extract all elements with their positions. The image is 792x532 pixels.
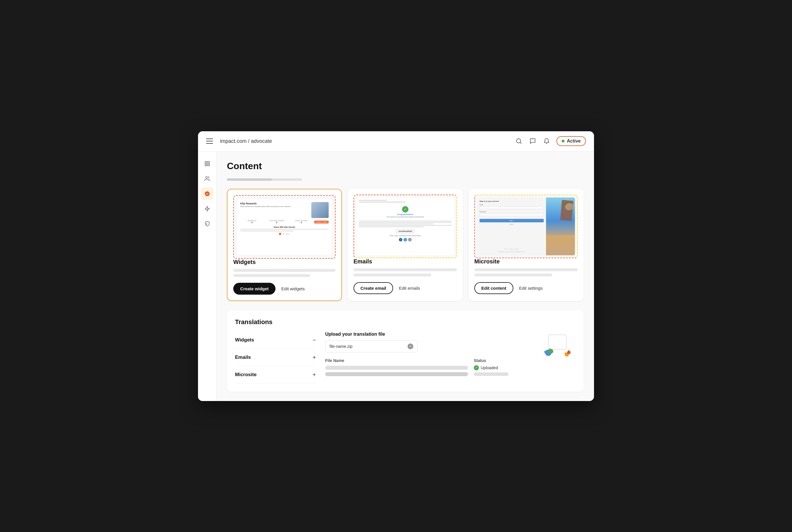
illus-container bbox=[545, 335, 571, 358]
sidebar-item-grid[interactable] bbox=[201, 157, 214, 170]
email-code-box: JACKBAKER202 bbox=[396, 229, 415, 233]
widget-preview-inner: Klip Rewards Refer friends and complete … bbox=[237, 199, 331, 255]
microsite-footer: T&C - Terms And Conditions bbox=[480, 248, 544, 250]
page-title: Content bbox=[227, 161, 584, 171]
hamburger-icon[interactable] bbox=[206, 138, 213, 144]
active-label: Active bbox=[567, 138, 581, 144]
microsite-support: For program support, contact support@kln… bbox=[480, 251, 544, 252]
email-icon: @ bbox=[408, 238, 412, 242]
congrats-check-icon: ✓ bbox=[402, 206, 408, 212]
chat-icon[interactable] bbox=[529, 137, 537, 145]
translations-left: Widgets − Emails + Microsite + bbox=[235, 331, 316, 384]
translation-widgets-toggle[interactable]: − bbox=[312, 337, 316, 343]
email-body-lines bbox=[359, 221, 452, 227]
translations-table-header: File Name Status bbox=[325, 358, 532, 363]
microsite-register-link: Register bbox=[480, 224, 544, 225]
edit-content-button[interactable]: Edit content bbox=[474, 282, 513, 294]
svg-marker-8 bbox=[205, 206, 209, 211]
email-preview-inner: ✓ Congratulations! Your friend has succe… bbox=[356, 197, 454, 255]
edit-widgets-button[interactable]: Edit widgets bbox=[281, 286, 305, 291]
svg-rect-4 bbox=[205, 164, 207, 166]
filename-bar-2 bbox=[325, 372, 468, 376]
microsite-submit-btn: Sign in bbox=[480, 219, 544, 222]
search-icon[interactable] bbox=[515, 137, 523, 145]
widget-hero: Klip Rewards Refer friends and complete … bbox=[240, 202, 329, 218]
email-header-lines bbox=[359, 200, 452, 203]
status-bar-2 bbox=[474, 373, 508, 376]
email-share-text: Share, Tweet, and Email to Refer and Ear… bbox=[390, 235, 421, 236]
translation-microsite-toggle[interactable]: + bbox=[312, 372, 316, 378]
file-input-row: file-name.zip × bbox=[325, 340, 532, 353]
notification-icon[interactable] bbox=[543, 137, 550, 145]
status-cell-1: ✓ Uploaded bbox=[474, 365, 532, 370]
translation-row-microsite: Microsite + bbox=[235, 366, 316, 384]
top-bar: impact.com / advocate Active bbox=[198, 131, 594, 152]
email-preview: ✓ Congratulations! Your friend has succe… bbox=[353, 195, 457, 258]
top-icons: Active bbox=[515, 136, 586, 146]
widget-desc-lines bbox=[240, 229, 329, 232]
microsite-card-actions: Edit content Edit settings bbox=[474, 282, 578, 294]
microsite-email-label: Email bbox=[480, 204, 544, 206]
create-email-button[interactable]: Create email bbox=[353, 282, 393, 294]
sidebar-item-users[interactable] bbox=[201, 172, 214, 185]
edit-settings-button[interactable]: Edit settings bbox=[519, 286, 543, 290]
sidebar-item-shield[interactable]: i bbox=[201, 217, 214, 230]
widget-stat-referrals: REFERRALS 0 bbox=[240, 220, 264, 224]
svg-rect-3 bbox=[208, 162, 209, 163]
active-badge[interactable]: Active bbox=[556, 136, 586, 146]
svg-rect-5 bbox=[208, 164, 209, 166]
col-filename-label: File Name bbox=[325, 358, 468, 363]
congrats-title: Congratulations! bbox=[361, 213, 450, 215]
svg-point-6 bbox=[206, 176, 208, 178]
content-area: Content Klip Rewards Refer friends and c… bbox=[216, 152, 594, 401]
microsite-card-title: Microsite bbox=[474, 258, 578, 265]
widget-stat-points: POINTS BALANCE 0 bbox=[290, 220, 313, 224]
microsite-preview: Sign in to your account Email Password S… bbox=[474, 195, 578, 258]
sidebar-item-lightning[interactable] bbox=[201, 203, 214, 215]
breadcrumb: impact.com / advocate bbox=[220, 138, 515, 144]
twitter-icon: t bbox=[404, 238, 407, 242]
widget-stat-giftcards: GIFTCARDS EARNED 0 bbox=[265, 220, 288, 224]
translations-illustration bbox=[541, 331, 576, 384]
table-row-1: ✓ Uploaded bbox=[325, 365, 532, 370]
file-input-value: file-name.zip bbox=[329, 344, 352, 349]
sidebar-item-content[interactable] bbox=[201, 187, 214, 200]
translation-widgets-label: Widgets bbox=[235, 337, 254, 343]
widget-preview: Klip Rewards Refer friends and complete … bbox=[233, 195, 335, 259]
widget-hero-image bbox=[311, 202, 329, 218]
svg-text:i: i bbox=[206, 223, 207, 225]
translations-title: Translations bbox=[235, 318, 576, 326]
translation-emails-toggle[interactable]: + bbox=[312, 354, 316, 361]
file-input-box[interactable]: file-name.zip × bbox=[325, 340, 418, 353]
microsite-email-input bbox=[480, 207, 544, 209]
widgets-card-actions: Create widget Edit widgets bbox=[233, 283, 335, 294]
edit-emails-button[interactable]: Edit emails bbox=[399, 286, 420, 290]
widget-redeem-btn: Redeem a reward bbox=[314, 221, 329, 224]
svg-line-1 bbox=[520, 142, 521, 144]
microsite-form-side: Sign in to your account Email Password S… bbox=[477, 197, 546, 255]
microsite-image-side bbox=[546, 197, 575, 255]
create-widget-button[interactable]: Create widget bbox=[233, 283, 275, 294]
widget-stats: REFERRALS 0 GIFTCARDS EARNED 0 POINTS BA… bbox=[240, 220, 329, 224]
filename-bar-1 bbox=[325, 366, 468, 370]
browser-window: impact.com / advocate Active bbox=[198, 131, 594, 401]
translation-row-emails: Emails + bbox=[235, 349, 316, 366]
illus-screen bbox=[548, 335, 566, 349]
col-status-label: Status bbox=[474, 358, 532, 363]
translation-row-widgets: Widgets − bbox=[235, 331, 316, 349]
widget-tagline: Refer friends and complete tasks while u… bbox=[240, 206, 309, 208]
file-clear-button[interactable]: × bbox=[408, 343, 413, 349]
translations-section: Translations Widgets − Emails + bbox=[227, 310, 584, 392]
translation-emails-label: Emails bbox=[235, 355, 251, 360]
widget-share-text: Share $50 with friends bbox=[240, 226, 329, 228]
main-layout: i Content Klip Rewards bbox=[198, 152, 594, 401]
email-congrats: ✓ Congratulations! Your friend has succe… bbox=[359, 204, 452, 220]
progress-bar-fill bbox=[227, 178, 272, 181]
translation-microsite-label: Microsite bbox=[235, 372, 257, 378]
table-row-2 bbox=[325, 372, 532, 376]
active-dot bbox=[562, 140, 564, 142]
microsite-password-label: Password bbox=[480, 211, 544, 212]
svg-point-7 bbox=[205, 191, 210, 196]
microsite-form-title: Sign in to your account bbox=[480, 201, 544, 202]
widget-brand: Klip Rewards bbox=[240, 202, 309, 205]
